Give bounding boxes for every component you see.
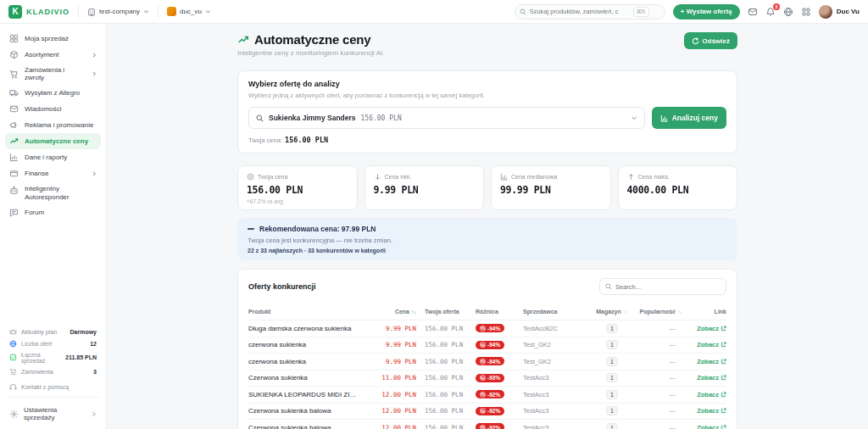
view-offer-link[interactable]: Zobacz [686, 407, 726, 415]
product-name: Długa damska czerwona sukienka [248, 325, 364, 332]
headset-icon [9, 383, 17, 391]
external-link-icon [721, 326, 726, 332]
sidebar-item-wysylam-z-allegro[interactable]: Wysyłam z Allegro [5, 85, 101, 101]
sidebar-item-asortyment[interactable]: Asortyment [5, 47, 101, 63]
table-row: SUKIENKA LEOPARDUS MIDI ZIELONA 12.00 PL… [248, 387, 726, 404]
sidebar-item-finanse[interactable]: Finanse [5, 165, 101, 181]
table-row: Długa damska czerwona sukienka 9.99 PLN … [248, 320, 726, 337]
recommended-price: Rekomendowana cena: 97.99 PLN [259, 225, 376, 233]
refresh-button[interactable]: Odśwież [684, 32, 737, 49]
max-price-stat: 4000.00 PLN [627, 184, 729, 196]
seller-name: TestAcc3 [523, 424, 591, 429]
table-header-row: Produkt Cena↑↓ Twoja oferta Różnica Sprz… [248, 304, 726, 320]
sidebar-item-reklama[interactable]: Reklama i promowanie [5, 117, 101, 133]
building-icon [87, 8, 96, 16]
app-logo: K [8, 5, 22, 19]
view-offer-link[interactable]: Zobacz [686, 424, 726, 429]
organization-selector[interactable]: test-company [87, 8, 149, 16]
help-link[interactable]: Kontakt z pomocą [5, 381, 101, 393]
user-menu[interactable]: Duc Vu [819, 5, 860, 19]
global-search-input[interactable] [530, 8, 630, 15]
page-subtitle: Inteligentne ceny z monitoringiem konkur… [237, 49, 384, 57]
recommendation-stats: 22 z 33 najtańszych · 33 konkurentów w k… [248, 248, 727, 254]
view-offer-link[interactable]: Zobacz [686, 358, 726, 365]
notifications-bell-icon[interactable]: 3 [765, 7, 776, 17]
external-link-icon [721, 342, 726, 348]
chart-icon [500, 173, 508, 181]
external-link-icon [721, 392, 726, 398]
your-offer-price: 156.00 PLN [416, 407, 476, 415]
table-row: czerwona sukienka 9.99 PLN 156.00 PLN %-… [248, 354, 726, 370]
col-cena[interactable]: Cena↑↓ [364, 309, 416, 315]
create-offer-button[interactable]: + Wystaw ofertę [673, 4, 740, 20]
analyze-card-subtitle: Wybierz jedną z aktywnych ofert, aby por… [248, 92, 726, 99]
dashboard-icon [9, 34, 19, 43]
target-icon [247, 173, 254, 181]
sidebar-item-autoresponder[interactable]: Inteligentny Autoresponder [5, 181, 101, 203]
sidebar-item-dane-i-raporty[interactable]: Dane i raporty [5, 149, 101, 165]
table-row: Czerwona sukienka balowa 12.00 PLN 156.0… [248, 420, 726, 429]
sort-icon: ↑↓ [677, 309, 682, 315]
account-selector[interactable]: duc_vu [167, 7, 211, 16]
box-icon [9, 50, 19, 59]
plan-value: Darmowy [70, 329, 97, 335]
sidebar-item-forum[interactable]: Forum [5, 204, 101, 220]
seller-name: TestAccB2C [523, 325, 591, 332]
view-offer-link[interactable]: Zobacz [686, 325, 726, 332]
global-search[interactable]: ⌘K [515, 4, 665, 20]
analyze-prices-button[interactable]: Analizuj ceny [652, 107, 726, 129]
app-logo-text: KLADIVIO [26, 8, 70, 16]
recommendation-banner: Rekomendowana cena: 97.99 PLN Twoja cena… [237, 218, 737, 260]
percent-icon: % [480, 425, 486, 429]
competitor-price: 12.00 PLN [364, 424, 416, 429]
sidebar-item-wiadomosci[interactable]: Wiadomości [5, 101, 101, 117]
seller-name: TestAcc3 [523, 374, 591, 382]
view-offer-link[interactable]: Zobacz [686, 341, 726, 348]
chevron-down-icon [205, 8, 211, 14]
product-name: SUKIENKA LEOPARDUS MIDI ZIELONA [248, 391, 364, 398]
search-icon [256, 114, 264, 122]
sidebar-item-zamowienia[interactable]: Zamówienia i zwroty [5, 63, 101, 85]
main-content: Automatyczne ceny Inteligentne ceny z mo… [107, 24, 868, 429]
offer-select-dropdown[interactable]: Sukienka Jimmy Sanders 156.00 PLN [248, 107, 645, 129]
popularity-value: — [633, 325, 686, 332]
divider [78, 6, 79, 18]
view-offer-link[interactable]: Zobacz [686, 374, 726, 382]
col-popularnosc[interactable]: Popularność↑↓ [633, 309, 686, 315]
divider [158, 6, 159, 18]
competitors-card: Oferty konkurencji Produkt Cena↑↓ Twoja … [237, 269, 737, 429]
chevron-right-icon [91, 411, 97, 417]
stat-card-median-price: Cena medianowa 99.99 PLN [491, 165, 611, 210]
account-avatar [167, 7, 176, 16]
sales-settings-link[interactable]: Ustawienia sprzedaży [5, 402, 101, 424]
external-link-icon [721, 375, 726, 381]
sidebar-item-automatyczne-ceny[interactable]: Automatyczne ceny [5, 133, 101, 149]
table-search[interactable] [599, 278, 726, 295]
seller-name: Test_GK2 [523, 358, 591, 365]
language-globe-icon[interactable] [783, 7, 793, 17]
your-offer-price: 156.00 PLN [416, 358, 476, 365]
apps-grid-icon[interactable] [801, 7, 811, 17]
table-search-input[interactable] [615, 283, 717, 291]
trending-up-icon [237, 34, 249, 46]
difference-badge: %-94% [476, 357, 504, 365]
chevron-down-icon [631, 114, 637, 121]
chevron-right-icon [92, 53, 97, 58]
user-avatar [819, 5, 832, 19]
messages-icon[interactable] [748, 7, 758, 17]
topbar: K KLADIVIO test-company duc_vu ⌘K + Wyst… [0, 0, 868, 24]
your-price-stat: 156.00 PLN [247, 184, 348, 196]
crown-icon [9, 328, 17, 336]
competitor-price: 9.99 PLN [364, 341, 416, 348]
popularity-value: — [633, 374, 686, 382]
external-link-icon [721, 408, 726, 414]
stock-badge: 1 [606, 423, 618, 429]
stock-badge: 1 [606, 340, 618, 349]
stat-orders: Zamówienia 3 [5, 365, 101, 377]
view-offer-link[interactable]: Zobacz [686, 391, 726, 398]
col-magazyn[interactable]: Magazyn↑↓ [591, 309, 633, 315]
sidebar-item-moja-sprzedaz[interactable]: Moja sprzedaż [5, 31, 101, 47]
seller-name: TestAcc3 [523, 407, 591, 415]
sort-icon: ↑↓ [623, 309, 628, 315]
bar-chart-icon [9, 153, 19, 162]
